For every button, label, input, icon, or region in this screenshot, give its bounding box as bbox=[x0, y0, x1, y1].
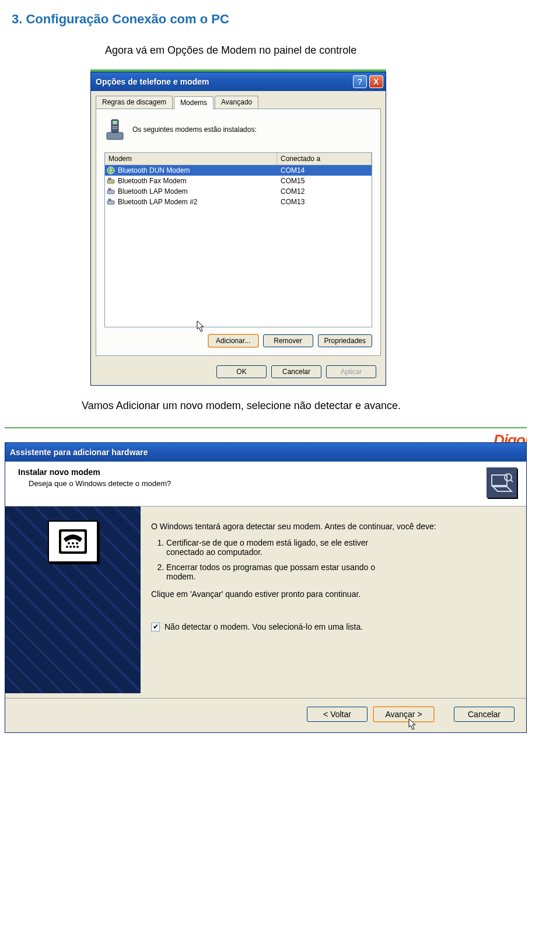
section-heading: 3. Configuração Conexão com o PC bbox=[12, 12, 560, 27]
cancel-button[interactable]: Cancelar bbox=[271, 365, 321, 378]
svg-rect-11 bbox=[108, 178, 111, 180]
tab-strip: Regras de discagem Modems Avançado bbox=[91, 91, 386, 109]
wizard-intro-text: O Windows tentará agora detectar seu mod… bbox=[151, 522, 511, 531]
svg-point-27 bbox=[76, 542, 78, 544]
wizard-footer: < Voltar Avançar > Cancelar bbox=[5, 699, 526, 732]
title-bar: Opções de telefone e modem ? X bbox=[91, 72, 386, 91]
back-button[interactable]: < Voltar bbox=[307, 707, 368, 722]
modem-port: COM12 bbox=[277, 187, 372, 195]
brand-text: Digor bbox=[494, 431, 527, 443]
svg-point-6 bbox=[113, 128, 114, 129]
wizard-header-subtitle: Deseja que o Windows detecte o modem? bbox=[29, 479, 487, 488]
properties-button[interactable]: Propriedades bbox=[318, 334, 372, 347]
modem-port: COM13 bbox=[277, 198, 372, 206]
modem-name: Bluetooth LAP Modem #2 bbox=[118, 198, 198, 206]
window-title: Assistente para adicionar hardware bbox=[10, 448, 148, 457]
svg-point-25 bbox=[68, 542, 70, 544]
tab-dialing-rules[interactable]: Regras de discagem bbox=[96, 96, 173, 109]
col-modem[interactable]: Modem bbox=[105, 153, 277, 165]
tab-panel-modems: Os seguintes modems estão instalados: Mo… bbox=[96, 109, 381, 356]
modem-item-icon bbox=[106, 187, 116, 196]
intro-text-1: Agora vá em Opções de Modem no painel de… bbox=[105, 44, 560, 57]
dialog-footer: OK Cancelar Aplicar bbox=[91, 361, 386, 385]
add-hardware-wizard-dialog: Assistente para adicionar hardware Insta… bbox=[5, 442, 527, 733]
apply-button[interactable]: Aplicar bbox=[326, 365, 376, 378]
svg-rect-15 bbox=[108, 199, 111, 201]
modem-item-icon bbox=[106, 197, 116, 207]
installed-modems-caption: Os seguintes modems estão instalados: bbox=[132, 125, 257, 134]
add-button[interactable]: Adicionar... bbox=[208, 334, 258, 347]
modem-listview[interactable]: Modem Conectado a Bluetooth DUN ModemCOM… bbox=[104, 152, 372, 327]
modem-name: Bluetooth DUN Modem bbox=[118, 166, 190, 174]
wizard-continue-text: Clique em 'Avançar' quando estiver pront… bbox=[151, 589, 511, 599]
svg-point-8 bbox=[116, 128, 117, 129]
hardware-icon bbox=[487, 467, 517, 498]
wizard-side-graphic bbox=[5, 507, 141, 693]
window-title: Opções de telefone e modem bbox=[96, 77, 209, 86]
svg-rect-13 bbox=[108, 188, 111, 190]
modem-port: COM15 bbox=[277, 177, 372, 185]
modem-row[interactable]: Bluetooth Fax ModemCOM15 bbox=[105, 176, 372, 186]
svg-rect-14 bbox=[107, 201, 114, 204]
phone-graphic-icon bbox=[48, 521, 98, 563]
modem-row[interactable]: Bluetooth LAP ModemCOM12 bbox=[105, 186, 372, 197]
intro-text-2: Vamos Adicionar um novo modem, selecione… bbox=[82, 400, 560, 412]
svg-point-24 bbox=[76, 546, 79, 548]
modem-row[interactable]: Bluetooth DUN ModemCOM14 bbox=[105, 165, 372, 176]
svg-point-5 bbox=[116, 126, 117, 127]
brand-fragment: Digor bbox=[5, 428, 527, 442]
modem-item-icon bbox=[106, 176, 116, 186]
svg-point-3 bbox=[113, 126, 114, 127]
modem-name: Bluetooth Fax Modem bbox=[118, 177, 186, 185]
modem-item-icon bbox=[106, 166, 116, 175]
next-button[interactable]: Avançar > bbox=[373, 707, 434, 722]
title-bar: Assistente para adicionar hardware bbox=[5, 443, 526, 462]
svg-point-23 bbox=[73, 546, 75, 548]
phone-modem-options-dialog: Opções de telefone e modem ? X Regras de… bbox=[90, 72, 386, 386]
modem-name: Bluetooth LAP Modem bbox=[118, 187, 188, 195]
wizard-header: Instalar novo modem Deseja que o Windows… bbox=[5, 462, 526, 507]
close-button[interactable]: X bbox=[369, 75, 383, 88]
svg-rect-2 bbox=[113, 121, 117, 124]
tab-modems[interactable]: Modems bbox=[174, 96, 214, 109]
svg-line-18 bbox=[510, 480, 513, 482]
modem-port: COM14 bbox=[277, 166, 372, 174]
svg-point-22 bbox=[69, 546, 72, 548]
svg-rect-0 bbox=[107, 132, 123, 139]
dont-detect-label: Não detectar o modem. Vou selecioná-lo e… bbox=[164, 622, 363, 631]
svg-point-4 bbox=[114, 126, 116, 127]
svg-rect-12 bbox=[107, 190, 114, 194]
tab-advanced[interactable]: Avançado bbox=[215, 96, 258, 109]
wizard-body-text: O Windows tentará agora detectar seu mod… bbox=[141, 507, 526, 693]
modem-row[interactable]: Bluetooth LAP Modem #2COM13 bbox=[105, 197, 372, 207]
remove-button[interactable]: Remover bbox=[263, 334, 313, 347]
svg-point-7 bbox=[114, 128, 116, 129]
wizard-step-1: Certificar-se de que o modem está ligado… bbox=[166, 538, 511, 557]
cancel-button[interactable]: Cancelar bbox=[454, 707, 514, 722]
svg-rect-10 bbox=[107, 180, 114, 183]
wizard-header-title: Instalar novo modem bbox=[18, 467, 487, 477]
svg-point-26 bbox=[72, 542, 74, 544]
wizard-step-2: Encerrar todos os programas que possam e… bbox=[166, 563, 511, 581]
svg-point-21 bbox=[66, 546, 68, 548]
listview-header: Modem Conectado a bbox=[105, 153, 372, 165]
ok-button[interactable]: OK bbox=[216, 365, 267, 378]
phone-modem-icon bbox=[104, 117, 125, 142]
help-button[interactable]: ? bbox=[353, 75, 367, 88]
col-connected-to[interactable]: Conectado a bbox=[277, 153, 372, 165]
dont-detect-checkbox[interactable]: ✔ bbox=[151, 623, 160, 631]
